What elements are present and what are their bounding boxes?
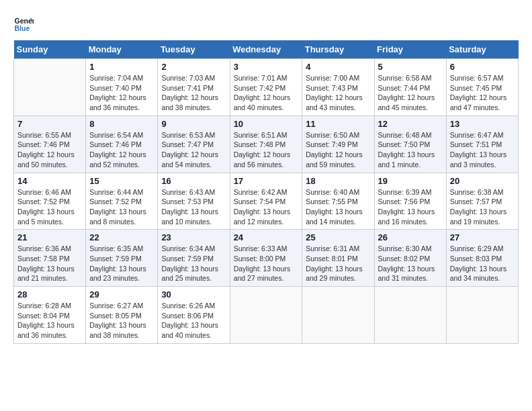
day-info: Sunrise: 6:58 AMSunset: 7:44 PMDaylight:… — [378, 73, 443, 113]
calendar-cell: 10Sunrise: 6:51 AMSunset: 7:48 PMDayligh… — [230, 116, 302, 173]
day-number: 6 — [450, 62, 515, 72]
calendar-cell: 3Sunrise: 7:01 AMSunset: 7:42 PMDaylight… — [230, 59, 302, 116]
day-info: Sunrise: 6:27 AMSunset: 8:05 PMDaylight:… — [89, 301, 154, 340]
day-info: Sunrise: 7:03 AMSunset: 7:41 PMDaylight:… — [161, 73, 226, 113]
calendar-week-2: 7Sunrise: 6:55 AMSunset: 7:46 PMDaylight… — [14, 116, 519, 173]
day-info: Sunrise: 7:01 AMSunset: 7:42 PMDaylight:… — [234, 73, 299, 113]
day-info: Sunrise: 7:00 AMSunset: 7:43 PMDaylight:… — [306, 73, 370, 113]
calendar-cell: 17Sunrise: 6:42 AMSunset: 7:54 PMDayligh… — [230, 173, 302, 230]
day-info: Sunrise: 6:33 AMSunset: 8:00 PMDaylight:… — [234, 244, 299, 283]
day-info: Sunrise: 6:57 AMSunset: 7:45 PMDaylight:… — [450, 73, 515, 113]
day-number: 30 — [161, 289, 226, 300]
day-info: Sunrise: 6:39 AMSunset: 7:56 PMDaylight:… — [378, 187, 443, 227]
day-info: Sunrise: 7:04 AMSunset: 7:40 PMDaylight:… — [89, 73, 154, 113]
page-header: General Blue — [13, 13, 519, 34]
day-number: 4 — [306, 62, 370, 72]
day-info: Sunrise: 6:54 AMSunset: 7:46 PMDaylight:… — [89, 130, 154, 170]
day-number: 10 — [234, 119, 299, 129]
calendar-cell: 5Sunrise: 6:58 AMSunset: 7:44 PMDaylight… — [374, 59, 446, 116]
calendar-week-1: 1Sunrise: 7:04 AMSunset: 7:40 PMDaylight… — [14, 59, 519, 116]
calendar-cell: 6Sunrise: 6:57 AMSunset: 7:45 PMDaylight… — [446, 59, 518, 116]
day-info: Sunrise: 6:29 AMSunset: 8:03 PMDaylight:… — [450, 244, 515, 283]
day-info: Sunrise: 6:26 AMSunset: 8:06 PMDaylight:… — [161, 301, 226, 340]
header-tuesday: Tuesday — [158, 40, 230, 59]
header-friday: Friday — [374, 40, 446, 59]
calendar-week-3: 14Sunrise: 6:46 AMSunset: 7:52 PMDayligh… — [14, 173, 519, 230]
day-number: 26 — [378, 232, 443, 242]
calendar-cell: 23Sunrise: 6:34 AMSunset: 7:59 PMDayligh… — [158, 230, 230, 287]
day-info: Sunrise: 6:34 AMSunset: 7:59 PMDaylight:… — [161, 244, 226, 283]
calendar-cell: 14Sunrise: 6:46 AMSunset: 7:52 PMDayligh… — [14, 173, 86, 230]
day-number: 22 — [89, 232, 154, 242]
calendar-cell: 28Sunrise: 6:28 AMSunset: 8:04 PMDayligh… — [14, 287, 86, 344]
day-number: 18 — [306, 176, 370, 186]
calendar-week-5: 28Sunrise: 6:28 AMSunset: 8:04 PMDayligh… — [14, 287, 519, 344]
calendar-cell — [446, 287, 518, 344]
day-number: 11 — [306, 119, 370, 129]
day-number: 16 — [161, 176, 226, 186]
day-info: Sunrise: 6:31 AMSunset: 8:01 PMDaylight:… — [306, 244, 370, 283]
day-number: 23 — [161, 232, 226, 242]
day-number: 28 — [17, 289, 82, 300]
calendar-cell: 9Sunrise: 6:53 AMSunset: 7:47 PMDaylight… — [158, 116, 230, 173]
day-number: 15 — [89, 176, 154, 186]
day-info: Sunrise: 6:55 AMSunset: 7:46 PMDaylight:… — [17, 130, 82, 170]
header-monday: Monday — [86, 40, 158, 59]
day-number: 12 — [378, 119, 443, 129]
day-info: Sunrise: 6:50 AMSunset: 7:49 PMDaylight:… — [306, 130, 370, 170]
calendar-cell: 12Sunrise: 6:48 AMSunset: 7:50 PMDayligh… — [374, 116, 446, 173]
calendar-cell: 20Sunrise: 6:38 AMSunset: 7:57 PMDayligh… — [446, 173, 518, 230]
day-info: Sunrise: 6:30 AMSunset: 8:02 PMDaylight:… — [378, 244, 443, 283]
day-info: Sunrise: 6:40 AMSunset: 7:55 PMDaylight:… — [306, 187, 370, 227]
calendar-cell: 24Sunrise: 6:33 AMSunset: 8:00 PMDayligh… — [230, 230, 302, 287]
day-number: 8 — [89, 119, 154, 129]
calendar-cell: 18Sunrise: 6:40 AMSunset: 7:55 PMDayligh… — [302, 173, 374, 230]
header-thursday: Thursday — [302, 40, 374, 59]
day-info: Sunrise: 6:47 AMSunset: 7:51 PMDaylight:… — [450, 130, 515, 170]
day-info: Sunrise: 6:35 AMSunset: 7:59 PMDaylight:… — [89, 244, 154, 283]
header-saturday: Saturday — [446, 40, 518, 59]
calendar-cell — [302, 287, 374, 344]
day-number: 21 — [17, 232, 82, 242]
logo: General Blue — [13, 13, 36, 34]
calendar-cell: 7Sunrise: 6:55 AMSunset: 7:46 PMDaylight… — [14, 116, 86, 173]
day-info: Sunrise: 6:53 AMSunset: 7:47 PMDaylight:… — [161, 130, 226, 170]
day-number: 17 — [234, 176, 299, 186]
day-info: Sunrise: 6:36 AMSunset: 7:58 PMDaylight:… — [17, 244, 82, 283]
header-wednesday: Wednesday — [230, 40, 302, 59]
day-info: Sunrise: 6:28 AMSunset: 8:04 PMDaylight:… — [17, 301, 82, 340]
svg-text:Blue: Blue — [15, 24, 30, 32]
calendar-cell: 26Sunrise: 6:30 AMSunset: 8:02 PMDayligh… — [374, 230, 446, 287]
calendar-cell: 21Sunrise: 6:36 AMSunset: 7:58 PMDayligh… — [14, 230, 86, 287]
day-number: 3 — [234, 62, 299, 72]
day-info: Sunrise: 6:51 AMSunset: 7:48 PMDaylight:… — [234, 130, 299, 170]
day-number: 5 — [378, 62, 443, 72]
calendar-cell — [374, 287, 446, 344]
calendar-cell: 11Sunrise: 6:50 AMSunset: 7:49 PMDayligh… — [302, 116, 374, 173]
calendar-cell: 29Sunrise: 6:27 AMSunset: 8:05 PMDayligh… — [86, 287, 158, 344]
day-number: 9 — [161, 119, 226, 129]
day-info: Sunrise: 6:38 AMSunset: 7:57 PMDaylight:… — [450, 187, 515, 227]
day-number: 24 — [234, 232, 299, 242]
day-number: 14 — [17, 176, 82, 186]
logo-icon: General Blue — [13, 13, 34, 34]
day-number: 29 — [89, 289, 154, 300]
day-number: 1 — [89, 62, 154, 72]
day-info: Sunrise: 6:44 AMSunset: 7:52 PMDaylight:… — [89, 187, 154, 227]
day-info: Sunrise: 6:46 AMSunset: 7:52 PMDaylight:… — [17, 187, 82, 227]
calendar-cell: 16Sunrise: 6:43 AMSunset: 7:53 PMDayligh… — [158, 173, 230, 230]
day-number: 25 — [306, 232, 370, 242]
calendar-cell: 2Sunrise: 7:03 AMSunset: 7:41 PMDaylight… — [158, 59, 230, 116]
calendar-cell: 8Sunrise: 6:54 AMSunset: 7:46 PMDaylight… — [86, 116, 158, 173]
calendar-week-4: 21Sunrise: 6:36 AMSunset: 7:58 PMDayligh… — [14, 230, 519, 287]
calendar-header-row: SundayMondayTuesdayWednesdayThursdayFrid… — [14, 40, 519, 59]
calendar-table: SundayMondayTuesdayWednesdayThursdayFrid… — [13, 40, 519, 344]
day-info: Sunrise: 6:48 AMSunset: 7:50 PMDaylight:… — [378, 130, 443, 170]
calendar-cell: 30Sunrise: 6:26 AMSunset: 8:06 PMDayligh… — [158, 287, 230, 344]
calendar-cell — [230, 287, 302, 344]
day-info: Sunrise: 6:43 AMSunset: 7:53 PMDaylight:… — [161, 187, 226, 227]
day-number: 19 — [378, 176, 443, 186]
calendar-cell — [14, 59, 86, 116]
header-sunday: Sunday — [14, 40, 86, 59]
day-number: 13 — [450, 119, 515, 129]
